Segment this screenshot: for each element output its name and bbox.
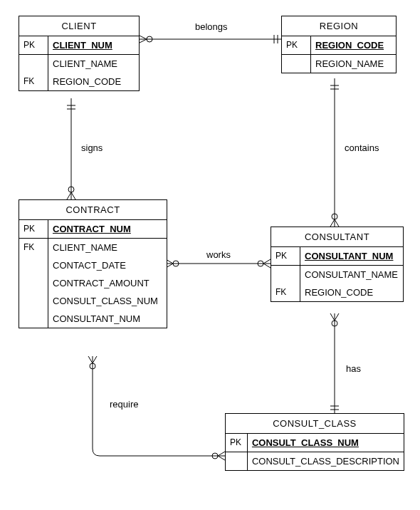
entity-title: CLIENT xyxy=(19,16,139,36)
key-cell: PK xyxy=(19,220,48,239)
attr-name: CLIENT_NAME xyxy=(48,55,140,73)
key-cell: FK xyxy=(19,239,48,257)
svg-point-19 xyxy=(173,261,179,266)
svg-line-28 xyxy=(335,313,339,321)
svg-point-3 xyxy=(147,36,152,42)
er-diagram: CLIENT PK CLIENT_NUM CLIENT_NAME FK REGI… xyxy=(0,0,420,510)
entity-consult-class: CONSULT_CLASS PK CONSULT_CLASS_NUM CONSU… xyxy=(225,413,404,471)
attr-name: CLIENT_NAME xyxy=(48,239,167,257)
attr-name: REGION_CODE xyxy=(48,73,140,90)
attr-name: CONSULT_CLASS_DESCRIPTION xyxy=(247,452,404,471)
attr-name: CONTRACT_AMOUNT xyxy=(48,274,167,292)
svg-line-32 xyxy=(88,356,93,363)
svg-line-17 xyxy=(335,219,339,227)
key-cell: PK xyxy=(19,36,48,55)
entity-title: CONSULTANT xyxy=(271,227,403,247)
entity-client: CLIENT PK CLIENT_NUM CLIENT_NAME FK REGI… xyxy=(19,16,140,91)
attr-name: CONTRACT_NUM xyxy=(53,224,131,234)
attr-name: CONSULTANT_NUM xyxy=(48,310,167,328)
rel-label-belongs: belongs xyxy=(194,21,229,32)
key-cell xyxy=(19,55,48,73)
attr-name: CLIENT_NUM xyxy=(53,40,112,51)
svg-point-34 xyxy=(212,453,218,459)
key-cell xyxy=(19,292,48,310)
svg-line-36 xyxy=(218,456,225,460)
attr-name: CONTACT_DATE xyxy=(48,256,167,274)
entity-region: REGION PK REGION_CODE REGION_NAME xyxy=(281,16,397,73)
svg-line-23 xyxy=(263,259,271,264)
attr-name: CONSULTANT_NAME xyxy=(300,266,404,284)
attr-name: CONSULTANT_NUM xyxy=(305,251,393,261)
attr-name: CONSULT_CLASS_NUM xyxy=(48,292,167,310)
key-cell xyxy=(19,310,48,328)
attr-name: CONSULT_CLASS_NUM xyxy=(252,437,359,448)
key-cell xyxy=(282,55,311,73)
svg-point-22 xyxy=(258,261,263,266)
svg-line-10 xyxy=(67,192,71,199)
svg-line-16 xyxy=(330,219,335,227)
svg-line-35 xyxy=(218,452,225,456)
entity-contract: CONTRACT PK CONTRACT_NUM FK CLIENT_NAME … xyxy=(19,199,167,328)
rel-label-require: require xyxy=(108,399,140,410)
key-cell xyxy=(19,256,48,274)
entity-title: CONTRACT xyxy=(19,200,167,220)
key-cell: FK xyxy=(271,283,300,301)
svg-line-27 xyxy=(330,313,335,321)
key-cell xyxy=(271,266,300,284)
key-cell xyxy=(226,452,247,471)
key-cell: PK xyxy=(226,434,247,452)
key-cell xyxy=(19,274,48,292)
attr-name: REGION_CODE xyxy=(315,40,384,51)
entity-title: CONSULT_CLASS xyxy=(226,414,404,434)
svg-point-26 xyxy=(332,321,337,326)
svg-point-15 xyxy=(332,214,337,219)
svg-point-31 xyxy=(90,363,95,369)
rel-label-works: works xyxy=(205,249,232,260)
attr-name: REGION_CODE xyxy=(300,283,404,301)
svg-line-33 xyxy=(93,356,97,363)
rel-label-has: has xyxy=(345,363,362,374)
rel-label-signs: signs xyxy=(80,142,104,153)
key-cell: FK xyxy=(19,73,48,90)
rel-label-contains: contains xyxy=(343,142,380,153)
key-cell: PK xyxy=(282,36,311,55)
key-cell: PK xyxy=(271,247,300,266)
svg-line-11 xyxy=(71,192,75,199)
entity-title: REGION xyxy=(282,16,396,36)
svg-point-9 xyxy=(68,187,74,192)
svg-line-24 xyxy=(263,264,271,268)
attr-name: REGION_NAME xyxy=(311,55,397,73)
entity-consultant: CONSULTANT PK CONSULTANT_NUM CONSULTANT_… xyxy=(271,227,404,302)
